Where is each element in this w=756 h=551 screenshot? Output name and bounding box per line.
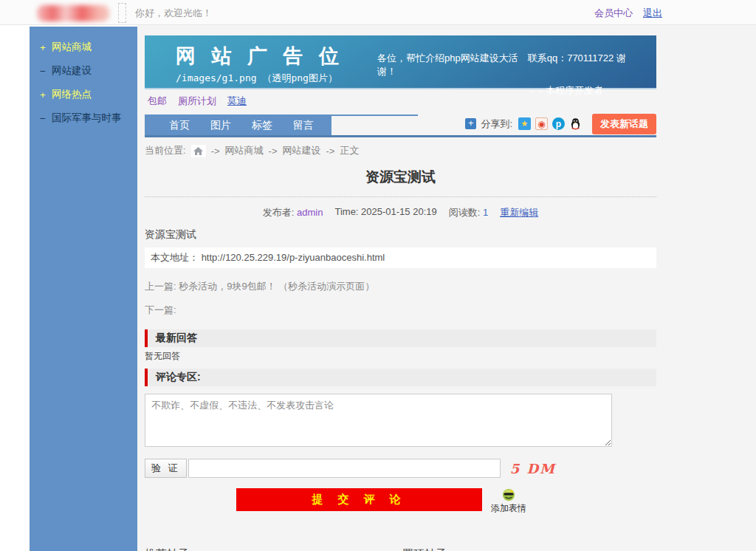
url-label: 本文地址： — [151, 252, 199, 263]
new-topic-button[interactable]: 发表新话题 — [592, 114, 656, 134]
ad-banner-title: 网 站 广 告 位 — [176, 43, 377, 69]
tab-images[interactable]: 图片 — [210, 119, 231, 132]
ad-banner-subtitle: /images/g1.png （透明png图片） — [176, 72, 377, 85]
share-plus-icon[interactable]: + — [465, 118, 476, 129]
welcome-text: 你好，欢迎光临！ — [135, 7, 212, 20]
expand-icon: + — [40, 42, 46, 53]
ad-banner[interactable]: 网 站 广 告 位 /images/g1.png （透明png图片） 各位，帮忙… — [145, 35, 656, 89]
breadcrumb-link-webdev[interactable]: 网站建设 — [282, 144, 320, 157]
tag-link-cesuojihua[interactable]: 厕所计划 — [178, 95, 216, 108]
comments-heading: 评论专区: — [145, 369, 656, 386]
tab-home[interactable]: 首页 — [169, 119, 190, 132]
views-label: 阅读数: — [449, 207, 481, 218]
qq-icon[interactable] — [569, 117, 582, 130]
add-emoji-button[interactable]: 添加表情 — [491, 488, 526, 513]
top-bar: 你好，欢迎光临！ 会员中心 退出 — [0, 0, 756, 25]
footer-sections: 推荐帖子 置顶帖子 — [145, 547, 656, 551]
logout-link[interactable]: 退出 — [643, 7, 662, 20]
article-url: http://120.25.229.19/p-ziyuanbaoceshi.ht… — [202, 252, 385, 263]
tab-tags[interactable]: 标签 — [252, 119, 272, 132]
article-meta: 发布者: admin Time: 2025-01-15 20:19 阅读数: 1… — [145, 206, 656, 219]
captcha-input[interactable] — [188, 459, 501, 478]
tencent-friend-icon[interactable]: p — [552, 117, 565, 130]
publish-time: Time: 2025-01-15 20:19 — [334, 206, 436, 219]
home-icon[interactable] — [191, 145, 206, 157]
captcha-image: 5 DM — [510, 461, 556, 476]
nav-bar: 首页 图片 标签 留言 + 分享到: ★ ◉ p — [145, 114, 656, 137]
no-replies-text: 暂无回答 — [145, 350, 656, 363]
ad-banner-text: 各位，帮忙介绍php网站建设大活 联系qq：770111722 谢谢！ — [377, 52, 639, 78]
qzone-icon[interactable]: ★ — [518, 117, 531, 130]
collapse-icon: − — [40, 66, 46, 77]
sina-weibo-icon[interactable]: ◉ — [535, 117, 548, 130]
captcha-row: 验 证 5 DM — [145, 459, 656, 478]
captcha-label: 验 证 — [145, 459, 187, 478]
breadcrumb-link-shop[interactable]: 网站商城 — [225, 144, 264, 157]
dotted-divider — [145, 196, 656, 197]
article-url-box: 本文地址： http://120.25.229.19/p-ziyuanbaoce… — [145, 247, 656, 268]
member-center-link[interactable]: 会员中心 — [594, 7, 633, 20]
smiley-sunglasses-icon — [501, 488, 516, 502]
ad-banner-signature: －－本程序开发者 — [377, 84, 639, 97]
collapse-icon: − — [40, 113, 46, 124]
tag-link-baoyou[interactable]: 包邮 — [148, 95, 167, 108]
left-gutter — [0, 25, 30, 551]
publisher-link[interactable]: admin — [297, 207, 323, 218]
expand-icon: + — [40, 89, 46, 100]
comment-textarea[interactable] — [145, 394, 612, 447]
site-logo — [37, 5, 109, 21]
tag-link-modi[interactable]: 莫迪 — [227, 95, 247, 108]
breadcrumb-current: 正文 — [340, 144, 359, 157]
sidebar-item-hotspots[interactable]: + 网络热点 — [30, 87, 137, 102]
share-label: 分享到: — [481, 117, 512, 131]
breadcrumb: 当前位置: -> 网站商城 -> 网站建设 -> 正文 — [145, 144, 656, 157]
article-body: 资源宝测试 — [145, 228, 656, 242]
pinned-posts-heading: 置顶帖子 — [402, 547, 447, 551]
tab-guestbook[interactable]: 留言 — [293, 119, 314, 132]
publisher-label: 发布者: — [263, 207, 295, 218]
sidebar: + 网站商城 − 网站建设 + 网络热点 − 国际军事与时事 — [30, 27, 137, 551]
broken-image-placeholder — [118, 3, 126, 23]
views-count: 1 — [483, 207, 488, 218]
article-title: 资源宝测试 — [145, 168, 656, 187]
recommended-posts-heading: 推荐帖子 — [145, 547, 402, 551]
replies-heading: 最新回答 — [145, 329, 656, 347]
edit-link[interactable]: 重新编辑 — [500, 206, 538, 219]
prev-post-link[interactable]: 上一篇: 秒杀活动，9块9包邮！ （秒杀活动演示页面） — [145, 280, 656, 293]
sidebar-item-military-news[interactable]: − 国际军事与时事 — [30, 111, 137, 126]
sidebar-item-webdev[interactable]: − 网站建设 — [30, 64, 137, 78]
sidebar-item-shop[interactable]: + 网站商城 — [30, 40, 137, 55]
next-post-link: 下一篇: — [145, 304, 656, 317]
breadcrumb-prefix: 当前位置: — [145, 144, 186, 157]
submit-comment-button[interactable]: 提 交 评 论 — [236, 488, 482, 511]
